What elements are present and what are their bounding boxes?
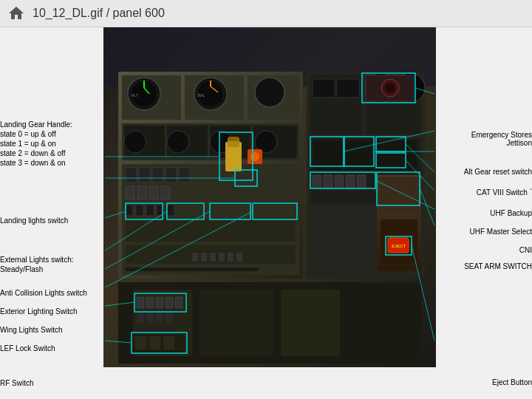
cat-viii-switch-label: CAT VIII Switch ` [477, 188, 532, 197]
svg-rect-97 [135, 336, 146, 349]
home-icon[interactable] [7, 4, 25, 22]
svg-rect-62 [344, 140, 374, 170]
svg-point-10 [255, 78, 284, 107]
svg-rect-35 [161, 186, 170, 200]
landing-lights-switch-label: Landing lights switch [0, 216, 68, 225]
svg-rect-99 [163, 336, 174, 349]
emergency-stores-label: Emergency Stores Jettison [471, 131, 532, 147]
svg-rect-67 [346, 175, 355, 188]
svg-rect-66 [335, 175, 344, 188]
eject-button-label: Eject Button [492, 378, 532, 386]
svg-rect-80 [156, 297, 163, 308]
svg-rect-76 [200, 290, 273, 356]
uhf-backup-label: UHF Backup [490, 209, 532, 217]
svg-rect-34 [149, 186, 158, 200]
svg-rect-65 [324, 175, 332, 188]
alt-gear-reset-label: Alt Gear reset switch [464, 168, 532, 176]
svg-text:BAL: BAL [198, 93, 205, 98]
header: 10_12_DL.gif / panel 600 [0, 0, 532, 27]
svg-rect-68 [357, 175, 366, 188]
svg-rect-46 [210, 253, 216, 262]
svg-rect-98 [149, 336, 160, 349]
svg-rect-82 [175, 297, 183, 308]
page-title: 10_12_DL.gif / panel 600 [33, 7, 165, 20]
svg-rect-84 [146, 312, 154, 323]
svg-rect-86 [166, 312, 173, 323]
svg-rect-44 [192, 253, 198, 262]
cni-label: CNI [519, 246, 532, 254]
svg-rect-27 [126, 168, 137, 183]
svg-point-23 [167, 131, 189, 153]
svg-rect-53 [313, 79, 335, 98]
svg-rect-28 [139, 168, 150, 183]
cockpit-image: ALT BAL [103, 27, 436, 367]
svg-rect-30 [166, 168, 177, 183]
svg-rect-47 [219, 253, 225, 262]
svg-rect-83 [137, 312, 144, 323]
svg-point-59 [384, 82, 396, 94]
svg-rect-40 [167, 205, 174, 216]
landing-gear-handle-label: Landing Gear Handle: state 0 = up & off … [0, 120, 72, 168]
svg-rect-45 [201, 253, 207, 262]
svg-rect-43 [126, 267, 259, 271]
svg-rect-37 [136, 205, 143, 216]
svg-text:EJECT: EJECT [392, 244, 406, 248]
svg-rect-77 [281, 290, 340, 356]
svg-rect-78 [137, 297, 144, 308]
svg-rect-64 [313, 175, 321, 188]
exterior-lighting-label: Exterior Lighting Switch [0, 307, 78, 316]
lef-lock-label: LEF Lock Switch [0, 344, 55, 353]
svg-rect-93 [228, 137, 239, 141]
svg-rect-49 [236, 253, 242, 262]
svg-rect-54 [337, 79, 359, 98]
svg-text:ALT: ALT [132, 93, 138, 98]
svg-rect-36 [126, 205, 133, 216]
svg-rect-32 [126, 186, 134, 200]
uhf-master-select-label: UHF Master Select [470, 228, 532, 236]
svg-rect-81 [166, 297, 173, 308]
svg-rect-61 [313, 140, 342, 170]
external-lights-switch-label: External Lights switch: Steady/Flash [0, 255, 74, 274]
svg-rect-33 [137, 186, 146, 200]
seat-arm-switch-label: SEAT ARM SWITCH [464, 262, 532, 270]
svg-rect-79 [146, 297, 154, 308]
svg-rect-48 [228, 253, 233, 262]
svg-rect-38 [146, 205, 154, 216]
svg-rect-70 [378, 177, 420, 214]
anti-collision-lights-label: Anti Collision Lights switch [0, 288, 87, 298]
svg-point-95 [250, 152, 259, 161]
svg-rect-29 [152, 168, 163, 183]
svg-point-22 [124, 131, 146, 153]
wing-lights-label: Wing Lights Switch [0, 325, 62, 335]
svg-rect-41 [126, 219, 296, 242]
svg-rect-85 [156, 312, 163, 323]
svg-rect-31 [179, 168, 190, 183]
main-content: Landing Gear Handle: state 0 = up & off … [0, 27, 532, 389]
rf-switch-label: RF Switch [0, 378, 34, 388]
cockpit-background: ALT BAL [103, 27, 436, 367]
